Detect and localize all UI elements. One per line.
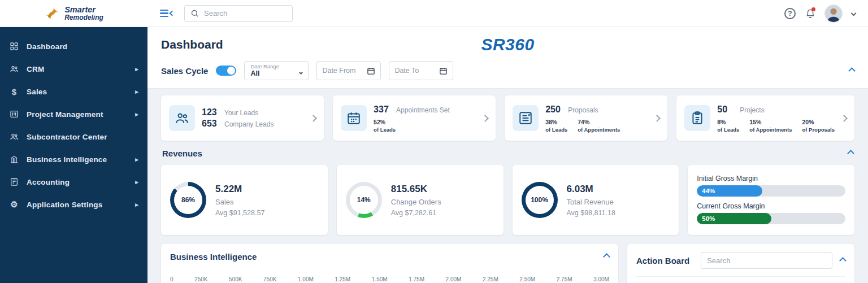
chevron-left-icon — [170, 11, 175, 16]
sidebar-item-crm[interactable]: CRM ▸ — [0, 58, 147, 80]
notification-badge — [811, 7, 815, 11]
logo-text: Smarter Remodeling — [64, 6, 103, 21]
sidebar-item-application-settings[interactable]: ⚙ Application Settings ▸ — [0, 193, 147, 216]
sales-revenue-info: 5.22M Sales Avg $91,528.57 — [215, 184, 264, 217]
chevron-down-icon[interactable] — [851, 11, 857, 16]
date-from-field[interactable] — [316, 61, 381, 80]
chevron-right-icon[interactable] — [310, 115, 317, 122]
projects-label: Projects — [740, 106, 764, 114]
chevron-down-icon — [299, 71, 303, 75]
action-board-search[interactable] — [701, 252, 832, 269]
date-range-label: Date Range — [250, 63, 302, 69]
sidebar-item-business-intelligence[interactable]: Business Intelligence ▸ — [0, 148, 147, 171]
action-board-item[interactable]: Elena Vicar 1105 Salma Pkwy — [636, 276, 845, 283]
notifications-button[interactable] — [805, 8, 815, 19]
axis-tick-label: 2.00M — [446, 276, 462, 282]
topbar: ? — [147, 0, 868, 27]
collapse-action-board-icon[interactable] — [839, 257, 847, 264]
collapse-sales-cycle-icon[interactable] — [848, 67, 856, 75]
content: Dashboard SR360 Sales Cycle Date Range A… — [147, 27, 868, 283]
app-logo[interactable]: Smarter Remodeling — [0, 0, 147, 27]
sidebar: Smarter Remodeling Dashboard CRM ▸ $ Sa — [0, 0, 147, 283]
donut-percent: 86% — [181, 196, 195, 204]
sidebar-item-label: Subcontractor Center — [27, 133, 107, 141]
chevron-right-icon[interactable] — [481, 115, 489, 122]
calendar-icon[interactable] — [367, 67, 375, 75]
help-icon[interactable]: ? — [784, 8, 796, 19]
sidebar-item-project-management[interactable]: Project Management ▸ — [0, 103, 147, 125]
revenues-title: Revenues — [162, 149, 202, 158]
collapse-bi-icon[interactable] — [603, 253, 610, 260]
total-revenue-donut-chart: 100% — [522, 182, 558, 218]
axis-tick-label: 0 — [170, 276, 173, 282]
current-gross-margin-bar: 50% — [697, 213, 845, 224]
sidebar-item-dashboard[interactable]: Dashboard — [0, 35, 147, 58]
sidebar-item-accounting[interactable]: Accounting ▸ — [0, 171, 147, 193]
sr360-logo: SR360 — [481, 35, 534, 54]
date-to-input[interactable] — [394, 67, 436, 75]
sales-cycle-title: Sales Cycle — [161, 66, 208, 76]
date-range-select[interactable]: Date Range All — [244, 61, 309, 80]
people-icon — [175, 111, 189, 125]
projects-stats: 50 Projects 8% of Leads 15% of Appointme… — [717, 103, 835, 133]
clipboard-icon — [690, 111, 705, 125]
axis-tick-label: 2.75M — [557, 276, 572, 282]
revenues-header: Revenues — [147, 142, 868, 159]
sales-cycle-toggle[interactable] — [216, 66, 236, 76]
pct-of-appointments: 15% of Appointments — [749, 119, 792, 133]
action-board-search-input[interactable] — [707, 256, 826, 265]
search-input[interactable] — [204, 9, 287, 18]
chevron-right-icon[interactable] — [840, 115, 848, 122]
logo-swoosh-icon — [44, 7, 60, 20]
axis-tick-label: 3.00M — [593, 276, 609, 282]
gross-margin-card: Initial Gross Margin 44% Current Gross M… — [688, 165, 854, 235]
sidebar-item-label: CRM — [27, 65, 44, 73]
page-header: Dashboard SR360 Sales Cycle Date Range A… — [147, 27, 868, 89]
bi-title: Business Intelligence — [170, 252, 257, 262]
total-revenue-card[interactable]: 100% 6.03M Total Revenue Avg $98,811.18 — [513, 165, 679, 235]
proposals-card[interactable]: 250 Proposals 38% of Leads 74% of Appoin… — [505, 95, 667, 141]
action-board-panel: Action Board Elena Vicar 1105 Salma Pkwy — [627, 244, 854, 283]
axis-tick-label: 1.50M — [372, 276, 388, 282]
menu-bars-icon — [160, 10, 168, 18]
chevron-right-icon: ▸ — [135, 88, 138, 95]
document-check-icon — [518, 111, 533, 125]
pct-of-leads: 38% of Leads — [545, 119, 567, 133]
chevron-right-icon[interactable] — [653, 115, 661, 122]
date-to-field[interactable] — [389, 61, 453, 80]
your-leads-value: 123 — [202, 107, 219, 117]
app-root: Smarter Remodeling Dashboard CRM ▸ $ Sa — [0, 0, 868, 283]
initial-gross-margin-bar: 44% — [697, 185, 845, 197]
sidebar-item-subcontractor-center[interactable]: Subcontractor Center — [0, 125, 147, 148]
date-from-input[interactable] — [322, 67, 363, 75]
leads-card[interactable]: 123 Your Leads 653 Company Leads — [161, 95, 324, 141]
page-title: Dashboard — [161, 38, 223, 51]
calendar-icon[interactable] — [439, 67, 448, 75]
appointments-value: 337 — [374, 105, 390, 115]
appointments-card[interactable]: 337 Appointments Set 52% of Leads — [333, 95, 496, 141]
axis-tick-label: 1.25M — [335, 276, 350, 282]
sidebar-collapse-button[interactable] — [160, 10, 174, 18]
axis-tick-label: 2.25M — [483, 276, 498, 282]
projects-value: 50 — [717, 105, 734, 115]
global-search[interactable] — [184, 5, 293, 22]
sidebar-item-sales[interactable]: $ Sales ▸ — [0, 80, 147, 103]
donut-percent: 14% — [357, 196, 371, 204]
leads-stats: 123 Your Leads 653 Company Leads — [202, 106, 304, 130]
proposals-stats: 250 Proposals 38% of Leads 74% of Appoin… — [545, 103, 648, 133]
projects-icon-box — [684, 105, 710, 131]
projects-card[interactable]: 50 Projects 8% of Leads 15% of Appointme… — [676, 95, 854, 141]
people-icon — [9, 132, 19, 141]
chevron-right-icon: ▸ — [135, 111, 138, 118]
avatar[interactable] — [825, 5, 842, 22]
sidebar-item-label: Dashboard — [27, 42, 67, 51]
collapse-revenues-icon[interactable] — [847, 150, 854, 157]
change-orders-card[interactable]: 14% 815.65K Change Orders Avg $7,282.61 — [337, 165, 504, 235]
sidebar-item-label: Accounting — [27, 178, 70, 186]
sales-revenue-card[interactable]: 86% 5.22M Sales Avg $91,528.57 — [161, 165, 328, 235]
gear-icon: ⚙ — [9, 199, 19, 210]
company-leads-value: 653 — [202, 119, 219, 129]
chevron-right-icon: ▸ — [135, 66, 138, 73]
business-intelligence-panel: Business Intelligence 0 250K 500K 750K 1… — [161, 244, 618, 283]
revenues-cards: 86% 5.22M Sales Avg $91,528.57 14% 815.6… — [147, 159, 868, 236]
